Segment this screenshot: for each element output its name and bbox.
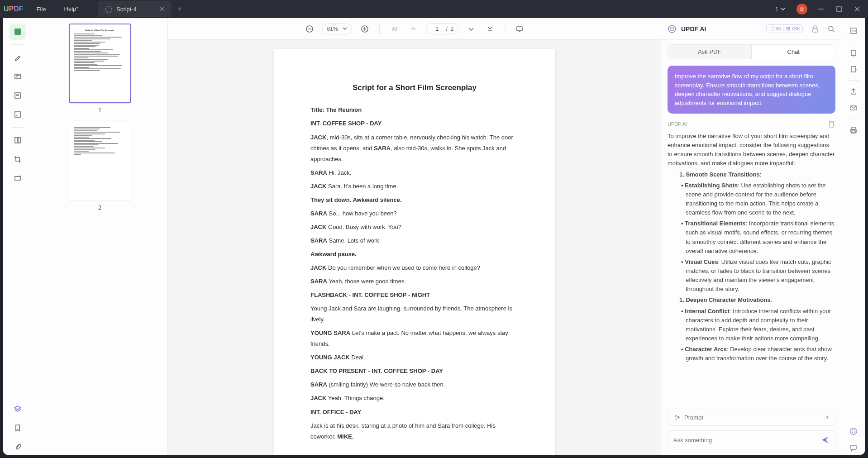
titlebar: UPDF File Help● Script-4 ✕ + 1 B	[0, 0, 868, 18]
window-count[interactable]: 1	[771, 5, 790, 14]
svg-rect-5	[15, 112, 20, 117]
thumbnail-panel: Script for a Short Film Screenplay 1	[32, 18, 168, 455]
layers-tool[interactable]	[10, 401, 26, 417]
bookmark-tool[interactable]	[10, 420, 26, 436]
script-line: SARA So... how have you been?	[310, 208, 519, 219]
svg-rect-6	[15, 138, 17, 143]
close-window-button[interactable]	[850, 3, 864, 15]
svg-point-17	[675, 415, 677, 417]
menu-file[interactable]: File	[37, 6, 46, 13]
copy-button[interactable]	[827, 120, 835, 128]
script-line: Awkward pause.	[310, 249, 519, 260]
svg-rect-1	[837, 7, 841, 11]
script-line: YOUNG SARA Let's make a pact. No matter …	[310, 328, 519, 349]
email-tool[interactable]	[846, 100, 861, 115]
last-page-button[interactable]	[484, 23, 496, 35]
send-button[interactable]	[820, 435, 830, 444]
ai-conversation[interactable]: Improve the narrative flow of my script …	[661, 59, 842, 403]
svg-text:OCR: OCR	[850, 30, 857, 33]
svg-rect-11	[517, 27, 522, 31]
highlight-tool[interactable]	[10, 49, 26, 66]
chevron-down-icon: ▼	[825, 415, 830, 420]
tab-title: Script-4	[116, 6, 137, 13]
zoom-dropdown[interactable]: 81%	[322, 24, 352, 34]
minimize-button[interactable]	[814, 3, 828, 15]
script-line: Young Jack and Sara are laughing, surrou…	[310, 303, 519, 325]
tab-chat[interactable]: Chat	[752, 44, 836, 59]
zoom-in-button[interactable]	[358, 23, 371, 35]
right-toolbar: OCR	[842, 18, 865, 455]
presentation-button[interactable]	[513, 23, 526, 35]
first-page-button[interactable]	[388, 23, 401, 35]
document-toolbar: 81% / 2	[168, 18, 661, 40]
edit-tool[interactable]	[10, 87, 26, 104]
prompt-dropdown[interactable]: Prompt ▼	[668, 409, 835, 426]
total-pages: 2	[450, 25, 453, 32]
comment-tool[interactable]	[10, 68, 26, 85]
ai-response-label: UPDF AI	[668, 121, 687, 127]
app-logo: UPDF	[4, 5, 24, 13]
script-line: SARA Hi, Jack.	[310, 167, 519, 178]
svg-rect-7	[18, 138, 20, 143]
organize-tool[interactable]	[10, 132, 26, 148]
ai-logo-icon	[668, 24, 677, 33]
script-line: JACK Do you remember when we used to com…	[310, 262, 519, 273]
ai-panel: UPDF AI ⬚ 84 | ⊞ 788 Ask PDF Chat Improv…	[661, 18, 842, 455]
svg-rect-30	[851, 445, 856, 449]
menu-help[interactable]: Help●	[64, 5, 79, 12]
page-indicator: / 2	[426, 23, 459, 34]
svg-rect-8	[15, 177, 20, 180]
script-line: JACK, mid-30s, sits at a corner table, n…	[310, 132, 519, 165]
crop-tool[interactable]	[10, 151, 26, 167]
thumbnail-page-1[interactable]: Script for a Short Film Screenplay 1	[50, 24, 149, 114]
maximize-button[interactable]	[832, 3, 846, 15]
ai-credits-badge[interactable]: ⬚ 84 | ⊞ 788	[766, 24, 803, 33]
tab-ask-pdf[interactable]: Ask PDF	[668, 44, 752, 59]
document-page: Script for a Short Film Screenplay Title…	[274, 49, 555, 455]
script-line: They sit down. Awkward silence.	[310, 195, 519, 205]
next-page-button[interactable]	[465, 23, 477, 35]
thumbnail-page-2[interactable]: 2	[50, 121, 149, 211]
document-title: Script for a Short Film Screenplay	[310, 81, 519, 95]
left-toolbar	[3, 18, 32, 455]
sparkle-icon	[673, 414, 681, 421]
compress-tool[interactable]	[846, 62, 861, 76]
script-line: JACK Yeah. Things change.	[310, 393, 519, 404]
document-viewport[interactable]: Script for a Short Film Screenplay Title…	[168, 40, 661, 455]
user-avatar[interactable]: B	[796, 4, 807, 14]
script-line: JACK Sara. It's been a long time.	[310, 181, 519, 192]
script-line: FLASHBACK - INT. COFFEE SHOP - NIGHT	[310, 290, 519, 301]
close-tab-button[interactable]: ✕	[159, 5, 165, 13]
search-button[interactable]	[827, 25, 835, 33]
user-message: Improve the narrative flow of my script …	[668, 66, 835, 114]
ai-input[interactable]	[673, 437, 820, 444]
redact-tool[interactable]	[10, 170, 26, 186]
script-line: Title: The Reunion	[310, 105, 519, 115]
convert-tool[interactable]	[846, 46, 861, 60]
script-line: Jack is at his desk, staring at a photo …	[310, 420, 519, 442]
script-line: INT. OFFICE - DAY	[310, 407, 519, 418]
feedback-tool[interactable]	[846, 440, 861, 455]
svg-rect-2	[14, 29, 21, 35]
script-line: YOUNG JACK Deal.	[310, 352, 519, 363]
svg-point-19	[676, 419, 677, 420]
thumbnails-tool[interactable]	[10, 24, 26, 40]
attachment-tool[interactable]	[10, 439, 26, 455]
document-tab[interactable]: Script-4 ✕	[98, 1, 171, 17]
svg-point-13	[670, 27, 674, 31]
form-tool[interactable]	[10, 106, 26, 123]
thumbnail-number: 2	[50, 204, 149, 211]
ocr-tool[interactable]: OCR	[846, 24, 861, 38]
svg-point-12	[668, 25, 676, 33]
page-input[interactable]	[431, 25, 444, 32]
new-tab-button[interactable]: +	[177, 5, 182, 14]
print-tool[interactable]	[846, 123, 861, 137]
chevron-down-icon	[343, 27, 347, 31]
script-line: JACK Good. Busy with work. You?	[310, 222, 519, 233]
ai-toggle-button[interactable]	[846, 424, 861, 439]
share-tool[interactable]	[846, 84, 861, 99]
prev-page-button[interactable]	[407, 23, 420, 35]
zoom-out-button[interactable]	[303, 23, 316, 35]
svg-rect-23	[851, 67, 856, 72]
svg-rect-3	[15, 74, 20, 79]
